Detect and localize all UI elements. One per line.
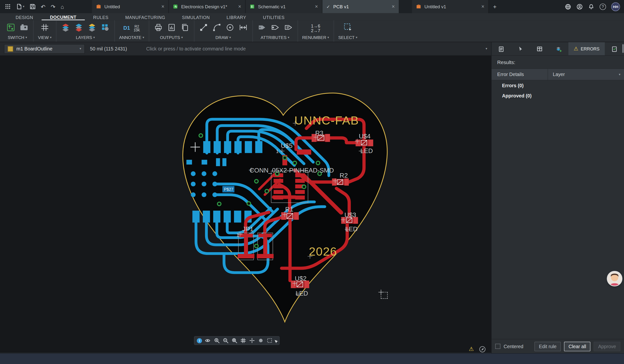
file-menu-icon[interactable]: ▾ [16,4,24,9]
unsaved-doc-icon [96,4,101,9]
schematic-icon [250,4,255,9]
zoom-out-icon[interactable] [222,338,229,343]
layers-stack-icon[interactable] [61,23,70,34]
errors-panel: ⚠ ERRORS Results: Error Details Layer ▾ [491,42,624,353]
clear-all-button[interactable]: Clear all [564,341,590,351]
close-tab-icon[interactable]: × [238,4,241,9]
close-tab-icon[interactable]: × [161,4,164,9]
menu-manufacturing[interactable]: MANUFACTURING [117,15,174,20]
crosshair-icon[interactable] [249,338,255,343]
document-tab-electronics-design[interactable]: Electronics Design v1* × [169,0,246,13]
annotate-menu[interactable]: ANNOTATE▾ [119,35,144,40]
document-tab-untitled[interactable]: Untitled × [92,0,169,13]
layers-menu[interactable]: LAYERS▾ [76,35,95,40]
renumber-menu[interactable]: RENUMBER▾ [302,35,329,40]
switch-board-icon[interactable] [19,23,29,34]
annotate-name-icon[interactable]: D1 [123,25,130,31]
canvas-warning-icon[interactable]: ⚠ [469,346,474,352]
errors-grid-header: Error Details Layer ▾ [492,69,624,80]
select-marquee-icon[interactable] [343,22,353,34]
attributes-menu[interactable]: ATTRIBUTES▾ [261,35,289,40]
outputs-menu[interactable]: OUTPUTS▾ [160,35,183,40]
panel-tab-table[interactable] [530,42,549,55]
report-chart-icon[interactable] [167,23,176,34]
renumber-icon[interactable]: 1→6 2→7 [311,24,320,33]
draw-dimension-icon[interactable] [238,23,248,34]
undo-icon[interactable]: ↶ [41,4,45,9]
menu-library[interactable]: LIBRARY [218,15,255,20]
panel-tab-layers-add[interactable] [549,42,568,55]
document-tab-schematic[interactable]: Schematic v1 × [246,0,322,13]
new-tab-button[interactable]: + [489,0,501,13]
globe-icon[interactable] [565,3,571,10]
marquee-select-icon[interactable] [266,338,273,343]
toolbar-group-renumber: 1→6 2→7 RENUMBER▾ [297,20,334,42]
menu-design[interactable]: DESIGN [7,15,42,20]
errors-group-row[interactable]: Errors (0) [492,80,624,91]
pcb-canvas[interactable]: P$27 R3 U$4 LED U$5 1 CONN_05X2-PINHEAD-… [0,56,491,353]
pcb-board-drawing: P$27 R3 U$4 LED U$5 1 CONN_05X2-PINHEAD-… [0,56,491,353]
app-grid-icon[interactable] [5,4,11,9]
menu-simulation[interactable]: SIMULATION [174,15,218,20]
document-tab-untitled-v1[interactable]: Untitled v1 × [412,0,489,13]
layers-bottom-icon[interactable] [87,23,97,34]
help-icon[interactable]: ? [600,3,606,10]
grid-toggle-icon[interactable] [240,338,246,343]
save-icon[interactable] [29,4,36,9]
zoom-in-icon[interactable] [214,338,220,343]
layer-filter-caret-icon[interactable]: ▾ [619,73,621,76]
draw-line-icon[interactable] [199,23,208,34]
approve-button[interactable]: Approve [594,341,620,351]
panel-scrollbar[interactable] [622,44,624,53]
column-layer[interactable]: Layer ▾ [548,69,624,80]
errors-panel-footer: Centered Edit rule Clear all Approve [492,339,624,353]
menu-rules[interactable]: RULES [85,15,117,20]
visibility-eye-icon[interactable] [205,338,211,343]
window-right-tools: ? HH [561,0,624,13]
switch-schematic-icon[interactable] [6,23,16,34]
close-tab-icon[interactable]: × [392,4,395,9]
column-error-details[interactable]: Error Details [492,69,548,80]
centered-checkbox[interactable] [495,344,500,349]
attribute-tag-filled-icon[interactable] [257,23,266,34]
menu-utilities[interactable]: UTILITIES [255,15,293,20]
export-copy-icon[interactable] [180,23,189,34]
edit-rule-button[interactable]: Edit rule [535,341,561,351]
annotate-value-icon[interactable]: R2 10K [134,24,140,32]
select-menu[interactable]: SELECT▾ [338,35,358,40]
draw-circle-icon[interactable] [225,23,234,34]
panel-tab-drc[interactable] [605,42,624,55]
panel-tab-report[interactable] [492,42,511,55]
home-icon[interactable]: ⌂ [60,4,64,9]
dot-marker-icon[interactable] [258,338,264,343]
approved-group-row[interactable]: Approved (0) [492,91,624,101]
command-line-input[interactable] [145,46,486,52]
zoom-fit-icon[interactable] [231,338,237,343]
user-initials-badge[interactable]: HH [611,2,620,11]
layer-selector[interactable]: m1 BoardOutline ▾ [4,44,85,53]
info-icon[interactable]: i [197,338,202,343]
draw-arc-icon[interactable] [212,23,221,34]
svg-text:2026: 2026 [309,245,337,258]
document-tab-pcb-active[interactable]: ✓ PCB v1 × [322,0,399,13]
redo-icon[interactable]: ↷ [51,4,55,9]
draw-menu[interactable]: DRAW▾ [216,35,231,40]
switch-menu[interactable]: SWITCH▾ [8,35,27,40]
menu-document[interactable]: DOCUMENT [42,14,85,20]
command-history-caret-icon[interactable]: ▾ [486,47,487,51]
close-tab-icon[interactable]: × [315,4,318,9]
layers-top-icon[interactable] [74,23,83,34]
print-icon[interactable] [153,23,163,34]
panel-tab-errors-active[interactable]: ⚠ ERRORS [568,42,605,55]
layer-settings-icon[interactable] [101,23,110,34]
account-avatar-icon[interactable] [576,3,583,10]
attribute-tag-outline-icon[interactable] [270,23,280,34]
view-grid-icon[interactable] [40,23,50,34]
collaborator-avatar[interactable] [608,272,622,286]
notifications-bell-icon[interactable] [588,3,594,10]
attribute-tag-text-icon[interactable] [283,23,293,34]
close-tab-icon[interactable]: × [481,4,484,9]
panel-tab-select[interactable] [511,42,530,55]
view-menu[interactable]: VIEW▾ [38,35,52,40]
navigate-compass-icon[interactable] [479,346,486,353]
